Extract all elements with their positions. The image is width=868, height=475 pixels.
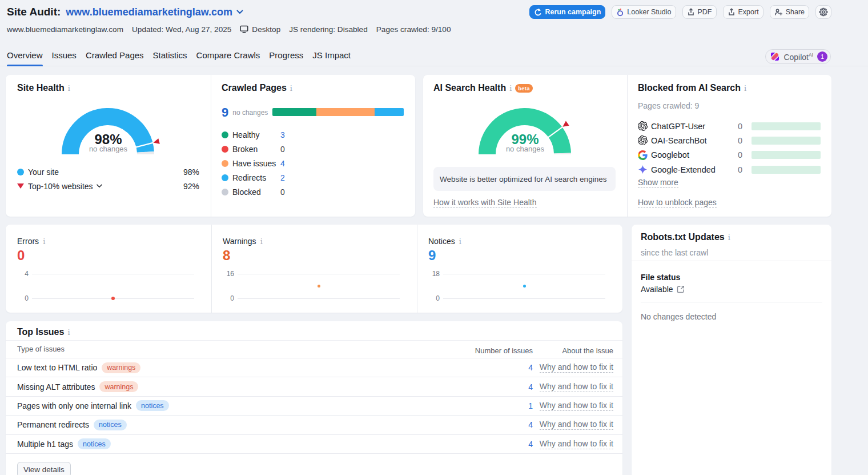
red-triangle-icon [17,183,24,189]
export-button[interactable]: Export [723,5,763,19]
site-health-section: Site Healthi 98% no changes Your site 98… [6,75,211,217]
copilot-icon [770,52,779,61]
issue-row: Multiple h1 tags notices 4 Why and how t… [6,435,622,454]
issue-row: Pages with only one internal link notice… [6,397,622,416]
redirects-count-link[interactable]: 2 [280,173,285,182]
blocked-pages-crawled: Pages crawled: 9 [638,101,699,110]
tab-overview[interactable]: Overview [7,49,43,65]
issue-count-link[interactable]: 4 [528,382,533,392]
ai-search-health-section: AI Search Healthi beta 99% no changes We… [423,75,627,217]
show-more-link[interactable]: Show more [638,178,678,188]
errors-chart: 40 [6,269,211,304]
tab-progress[interactable]: Progress [269,49,303,65]
site-health-legend: Your site 98% Top-10% websites 92% [17,165,199,193]
issue-count-link[interactable]: 4 [528,440,533,449]
file-status-value: Available [641,285,685,294]
legend-your-site: Your site 98% [17,165,199,179]
beta-badge: beta [515,84,532,93]
errors-count: 0 [17,248,25,264]
blocked-bar [752,166,821,174]
info-icon[interactable]: i [68,84,70,93]
bot-row-chatgpt-user: ChatGPT-User 0 [638,119,831,133]
tab-js-impact[interactable]: JS Impact [312,49,351,65]
info-icon[interactable]: i [459,237,461,246]
legend-item-broken: Broken 0 [222,142,415,156]
tab-compare-crawls[interactable]: Compare Crawls [196,49,260,65]
red-dot-icon [222,146,228,153]
share-button[interactable]: Share [770,5,809,19]
healthy-count-link[interactable]: 3 [280,130,285,139]
errors-panel: Errorsi 0 40 [6,225,211,313]
ai-note: Website is better optimized for AI searc… [433,167,616,191]
robots-no-changes: No changes detected [641,312,716,321]
info-icon[interactable]: i [67,328,70,337]
bot-row-googlebot: Googlebot 0 [638,148,831,162]
openai-icon [638,135,648,145]
issue-count-link[interactable]: 1 [528,401,533,410]
errors-title: Errorsi [17,237,45,246]
tab-statistics[interactable]: Statistics [153,49,187,65]
why-fix-link[interactable]: Why and how to fix it [540,382,613,392]
page-title: Site Audit: [7,6,61,18]
info-icon[interactable]: i [509,84,512,93]
site-health-card: Site Healthi 98% no changes Your site 98… [6,75,415,217]
info-icon[interactable]: i [290,84,292,93]
copilot-button[interactable]: CopilotAI 1 [765,49,831,64]
openai-icon [638,121,648,131]
info-icon[interactable]: i [728,233,730,242]
upload-icon [687,8,695,16]
legend-top10[interactable]: Top-10% websites 92% [17,179,199,193]
info-icon[interactable]: i [260,237,263,246]
issue-count-link[interactable]: 4 [528,363,533,372]
why-fix-link[interactable]: Why and how to fix it [540,362,613,373]
how-it-works-link[interactable]: How it works with Site Health [433,198,537,208]
site-audit-page: Site Audit: www.bluemediamarketinglaw.co… [0,0,868,475]
site-health-title: Site Healthi [17,83,70,93]
legend-item-redirects: Redirects 2 [222,170,415,185]
warnings-badge: warnings [99,381,138,392]
share-user-icon [774,8,783,16]
settings-button[interactable] [815,5,831,19]
google-icon [638,150,648,160]
main-content: Site Healthi 98% no changes Your site 98… [6,75,831,475]
issues-stats-card: Errorsi 0 40 Warningsi 8 160 Noticesi 9 … [6,225,622,313]
why-fix-link[interactable]: Why and how to fix it [540,420,613,430]
bot-row-google-extended: Google-Extended 0 [638,162,831,177]
unblock-pages-link[interactable]: How to unblock pages [638,198,717,208]
ai-search-health-title: AI Search Healthi beta [433,83,533,93]
view-details-button[interactable]: View details [17,462,71,475]
issue-row: Missing ALT attributes warnings 4 Why an… [6,377,622,396]
info-icon[interactable]: i [43,237,45,246]
blocked-bar [752,137,821,145]
gemini-icon [638,165,648,174]
chevron-down-icon [97,184,102,188]
rerun-campaign-button[interactable]: Rerun campaign [529,5,605,19]
audit-meta: www.bluemediamarketinglaw.com Updated: W… [7,25,451,34]
why-fix-link[interactable]: Why and how to fix it [540,401,613,411]
upload-icon [728,8,736,16]
notices-panel: Noticesi 9 180 [417,225,622,313]
tab-crawled-pages[interactable]: Crawled Pages [86,49,144,65]
pdf-button[interactable]: PDF [682,5,717,19]
domain-selector[interactable]: www.bluemediamarketinglaw.com [66,6,243,18]
why-fix-link[interactable]: Why and how to fix it [540,439,613,449]
legend-item-healthy: Healthy 3 [222,127,415,142]
top-issues-header: Type of issues Number of issues About th… [17,345,613,358]
crawled-pages-title: Crawled Pagesi [222,83,292,93]
looker-studio-icon [616,8,624,17]
blocked-ai-section: Blocked from AI Searchi Pages crawled: 9… [627,75,831,217]
blocked-ai-title: Blocked from AI Searchi [638,83,746,93]
notices-count: 9 [428,248,436,264]
blocked-bot-list: ChatGPT-User 0 OAI-SearchBot 0 Googl [638,119,831,177]
issue-count-link[interactable]: 4 [528,420,533,429]
crawled-pages-legend: Healthy 3 Broken 0 Have issues 4 [222,127,415,199]
have-issues-count-link[interactable]: 4 [280,159,285,168]
warnings-title: Warningsi [223,237,263,246]
looker-studio-button[interactable]: Looker Studio [612,5,676,19]
crawled-pages-stacked-bar [272,108,404,116]
blue-dot-icon [17,169,24,175]
info-icon[interactable]: i [744,84,746,93]
file-status-label: File status [641,273,680,282]
external-link-icon[interactable] [677,285,685,293]
tab-issues[interactable]: Issues [52,49,77,65]
